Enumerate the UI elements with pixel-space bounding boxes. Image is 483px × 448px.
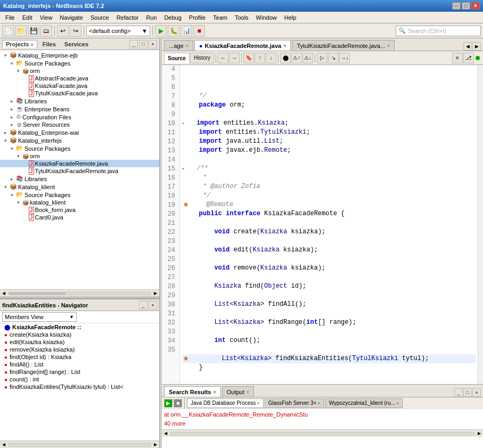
glassfish-tab[interactable]: GlassFish Server 3+ × <box>265 398 324 408</box>
tree-item[interactable]: ▾📂 Source Packages <box>0 59 159 67</box>
scroll-left[interactable]: ◀ <box>0 290 7 297</box>
bottom-close-button[interactable]: × <box>472 388 481 397</box>
save-all-button[interactable]: 🗂 <box>40 25 52 37</box>
fold-icon[interactable]: ▸ <box>182 121 185 126</box>
nav-scroll-left[interactable]: ◀ <box>0 441 7 449</box>
wypozyczalnia-close[interactable]: × <box>396 401 399 406</box>
java-db-tab[interactable]: Java DB Database Process × <box>187 398 264 408</box>
next-error-button[interactable]: ⚠↓ <box>302 53 313 63</box>
tree-item[interactable]: ▾📦 Katalog_klient <box>0 183 159 191</box>
tab-output[interactable]: Output × <box>222 386 254 397</box>
output-scroll-left[interactable]: ◀ <box>162 430 169 437</box>
nav-member[interactable]: ● count() : int <box>0 376 159 383</box>
tree-item[interactable]: J Book_form.java <box>0 206 159 214</box>
tree-item[interactable]: J AbstractFacade.java <box>0 75 159 82</box>
config-dropdown[interactable]: <default config> ▼ <box>86 26 150 36</box>
nav-member[interactable]: ● find(Object id) : Ksiazka <box>0 353 159 361</box>
menu-tools[interactable]: Tools <box>232 13 252 22</box>
close-panel-button[interactable]: × <box>149 40 157 48</box>
tree-item[interactable]: J KsiazkaFacade.java <box>0 82 159 89</box>
source-tab[interactable]: Source <box>164 53 190 63</box>
menu-debug[interactable]: Debug <box>161 13 184 22</box>
run-output-button[interactable]: ▶ <box>164 399 173 408</box>
nav-minimize-button[interactable]: _ <box>139 301 148 309</box>
run-to-cursor-button[interactable]: ▷ <box>317 53 328 63</box>
toggle-bookmark-button[interactable]: 🔖 <box>243 53 254 63</box>
tree-item[interactable]: J TytulKsiazkiFacadeRemote.java <box>0 167 159 175</box>
menu-team[interactable]: Team <box>210 13 231 22</box>
save-button[interactable]: 💾 <box>28 25 39 37</box>
minimize-panel-button[interactable]: _ <box>129 40 138 48</box>
glassfish-close[interactable]: × <box>317 401 320 406</box>
new-button[interactable]: 📄 <box>2 25 14 37</box>
prev-bookmark-button[interactable]: ↑ <box>255 53 265 63</box>
menu-refactor[interactable]: Refactor <box>113 13 142 22</box>
back-button[interactable]: ← <box>218 53 228 63</box>
close-button[interactable]: ✕ <box>471 2 480 10</box>
tree-item[interactable]: ▾📦 orm <box>0 152 159 160</box>
java-db-close[interactable]: × <box>257 401 259 406</box>
next-tab-button[interactable]: ▶ <box>472 42 481 51</box>
nav-scroll-track[interactable] <box>9 443 151 446</box>
stop-output-button[interactable]: ■ <box>174 399 182 408</box>
open-button[interactable]: 📁 <box>15 25 27 37</box>
profile-button[interactable]: 📊 <box>181 25 192 37</box>
wypozyczalnia-tab[interactable]: Wypozyczalnia1_klient (ru... × <box>325 398 403 408</box>
tab-files[interactable]: Files <box>39 40 59 48</box>
tree-item[interactable]: ▸🖥 Server Resources <box>0 121 159 128</box>
prev-error-button[interactable]: ⚠↑ <box>291 53 302 63</box>
forward-button[interactable]: → <box>229 53 240 63</box>
nav-member[interactable]: ● remove(Ksiazka ksiazka) <box>0 346 159 353</box>
nav-scroll-right[interactable]: ▶ <box>152 441 159 449</box>
maximize-button[interactable]: □ <box>462 2 470 10</box>
nav-member[interactable]: ● findKsiazkaEntities(TytulKsiazki tytul… <box>0 383 159 390</box>
tree-item[interactable]: ▸☕ Enterprise Beans <box>0 105 159 113</box>
window-controls[interactable]: ─ □ ✕ <box>452 2 480 10</box>
debug-button[interactable]: 🐛 <box>168 25 179 37</box>
next-bookmark-button[interactable]: ↓ <box>266 53 276 63</box>
tree-item[interactable]: ▸📦 Katalog_Enterprise-war <box>0 128 159 136</box>
editor-scrollbar[interactable] <box>478 65 483 384</box>
output-close[interactable]: × <box>247 389 249 395</box>
menu-edit[interactable]: Edit <box>19 13 36 22</box>
tab-page[interactable]: ...age × <box>164 40 193 51</box>
menu-file[interactable]: File <box>2 13 18 22</box>
menu-run[interactable]: Run <box>143 13 160 22</box>
code-content[interactable]: */ package orm;▸ import entities.Ksiazka… <box>180 65 478 384</box>
nav-member[interactable]: ● edit(Ksiazka ksiazka) <box>0 338 159 346</box>
tab-page-close[interactable]: × <box>186 43 189 48</box>
menu-source[interactable]: Source <box>87 13 112 22</box>
scroll-track[interactable] <box>9 292 151 295</box>
tree-item[interactable]: ▾📦 orm <box>0 67 159 75</box>
output-scroll-right[interactable]: ▶ <box>476 430 483 437</box>
bottom-minimize-button[interactable]: _ <box>454 388 463 397</box>
tab-search-results[interactable]: Search Results × <box>164 386 221 397</box>
search-results-close[interactable]: × <box>213 389 216 395</box>
tree-item[interactable]: ▸📚 Libraries <box>0 97 159 105</box>
search-box[interactable]: 🔍 Search (Ctrl+I) <box>396 26 481 36</box>
bottom-maximize-button[interactable]: □ <box>463 388 472 397</box>
stop-button[interactable]: ■ <box>193 25 205 37</box>
tree-item[interactable]: ▸📚 Libraries <box>0 175 159 183</box>
tab-services[interactable]: Services <box>61 40 92 48</box>
maximize-panel-button[interactable]: □ <box>139 40 148 48</box>
tree-item[interactable]: J TytulKsiazkiFacade.java <box>0 89 159 97</box>
undo-button[interactable]: ↩ <box>57 25 69 37</box>
scroll-right[interactable]: ▶ <box>152 290 159 297</box>
tab-tytul[interactable]: TytulKsiazkiFacadeRemote.java... × <box>292 40 395 51</box>
menu-window[interactable]: Window <box>253 13 280 22</box>
tree-item[interactable]: ▾📂 Source Packages <box>0 144 159 152</box>
tree-item[interactable]: ▸⚙ Configuration Files <box>0 113 159 121</box>
git-button[interactable]: ⎇ <box>463 53 474 63</box>
tree-item[interactable]: ▾📦 katalog_klient <box>0 199 159 206</box>
tree-item[interactable]: ▾📦 Katalog_interfejs <box>0 136 159 144</box>
tree-item[interactable]: ▾📂 Source Packages <box>0 191 159 199</box>
nav-close-button[interactable]: × <box>149 301 157 309</box>
step-over-button[interactable]: →↓ <box>339 53 350 63</box>
project-tree[interactable]: ▾📦 Katalog_Enterprise-ejb▾📂 Source Packa… <box>0 50 159 289</box>
tab-ksiazka-facade-remote[interactable]: ● KsiazkaFacadeRemote.java × <box>194 40 291 51</box>
tree-item[interactable]: J KsiazkaFacadeRemote.java <box>0 160 159 167</box>
redo-button[interactable]: ↪ <box>70 25 81 37</box>
menu-navigate[interactable]: Navigate <box>56 13 86 22</box>
nav-member[interactable]: ● findRange(int[] range) : List <box>0 368 159 376</box>
